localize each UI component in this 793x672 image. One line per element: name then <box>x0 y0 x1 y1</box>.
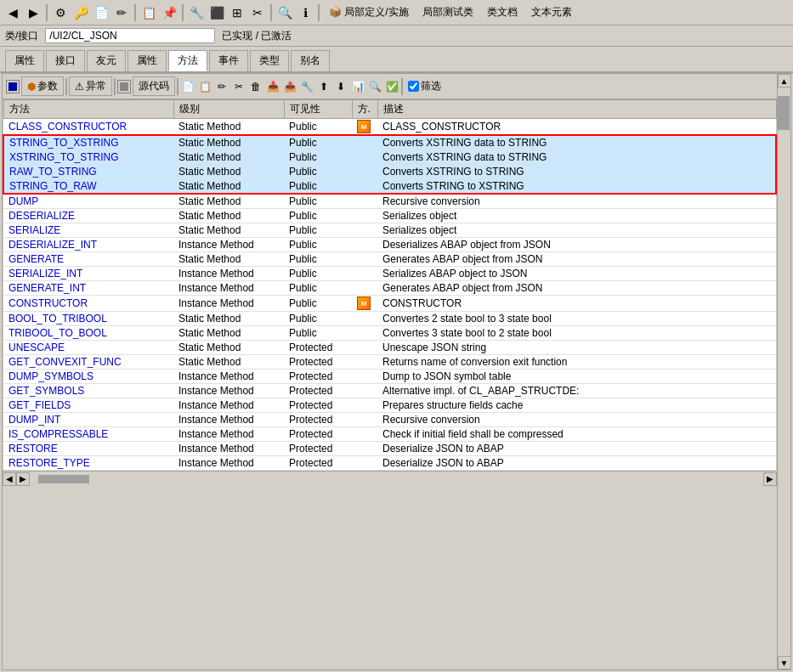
local-def-btn[interactable]: 📦 局部定义/实施 <box>323 3 415 22</box>
table-row[interactable]: GET_SYMBOLSInstance MethodProtectedAlter… <box>3 384 776 398</box>
table-row[interactable]: RAW_TO_STRINGStatic MethodPublicConverts… <box>3 165 776 179</box>
source-flag-icon[interactable] <box>117 80 131 93</box>
table-row[interactable]: CLASS_CONSTRUCTORStatic MethodPublicMCLA… <box>3 119 776 136</box>
table-row[interactable]: GENERATE_INTInstance MethodPublicGenerat… <box>3 281 776 296</box>
method-name[interactable]: STRING_TO_RAW <box>9 180 97 192</box>
method-name[interactable]: CLASS_CONSTRUCTOR <box>8 121 127 133</box>
table-row[interactable]: RESTORE_TYPEInstance MethodProtectedDese… <box>3 456 776 471</box>
method-name-cell[interactable]: RAW_TO_STRING <box>3 165 173 179</box>
forward-btn[interactable]: ▶ <box>24 3 42 22</box>
tab-methods[interactable]: 方法 <box>168 50 207 71</box>
source-code-btn[interactable]: 源代码 <box>133 76 175 96</box>
method-name[interactable]: DUMP <box>8 195 38 207</box>
method-name-cell[interactable]: IS_COMPRESSABLE <box>3 427 173 442</box>
table-row[interactable]: STRING_TO_XSTRINGStatic MethodPublicConv… <box>3 135 776 150</box>
icon-btn-9[interactable]: ⬆ <box>316 79 331 94</box>
method-name[interactable]: IS_COMPRESSABLE <box>8 428 108 440</box>
method-name-cell[interactable]: STRING_TO_RAW <box>3 179 173 195</box>
h-scroll-track[interactable] <box>30 472 763 486</box>
method-name-cell[interactable]: DESERIALIZE_INT <box>3 238 173 252</box>
text-elem-btn[interactable]: 文本元素 <box>525 3 578 22</box>
icon-btn-12[interactable]: 🔍 <box>367 79 382 94</box>
tool-btn-8[interactable]: ⬛ <box>207 3 226 22</box>
path-input[interactable] <box>45 28 215 43</box>
method-name-cell[interactable]: DESERIALIZE <box>3 209 173 223</box>
tool-btn-9[interactable]: ⊞ <box>228 3 246 22</box>
method-name[interactable]: RAW_TO_STRING <box>9 166 97 178</box>
method-name[interactable]: SERIALIZE_INT <box>8 268 82 280</box>
back-btn[interactable]: ◀ <box>3 3 22 22</box>
class-doc-btn[interactable]: 类文档 <box>481 3 524 22</box>
method-name[interactable]: GET_FIELDS <box>8 399 71 411</box>
method-name[interactable]: TRIBOOL_TO_BOOL <box>8 327 107 339</box>
method-name-cell[interactable]: TRIBOOL_TO_BOOL <box>3 326 173 341</box>
scroll-track[interactable] <box>778 88 791 656</box>
method-name-cell[interactable]: GET_SYMBOLS <box>3 384 173 398</box>
method-name-cell[interactable]: BOOL_TO_TRIBOOL <box>3 312 173 326</box>
table-row[interactable]: CONSTRUCTORInstance MethodPublicMCONSTRU… <box>3 296 776 312</box>
icon-btn-3[interactable]: ✏ <box>214 79 229 94</box>
tool-btn-2[interactable]: 🔑 <box>71 3 90 22</box>
scroll-down-btn[interactable]: ▼ <box>778 656 791 669</box>
method-name-cell[interactable]: RESTORE <box>3 442 173 456</box>
tab-friends[interactable]: 友元 <box>87 50 126 71</box>
icon-btn-10[interactable]: ⬇ <box>333 79 348 94</box>
method-name-cell[interactable]: GENERATE <box>3 252 173 267</box>
table-row[interactable]: STRING_TO_RAWStatic MethodPublicConverts… <box>3 179 776 195</box>
table-row[interactable]: SERIALIZE_INTInstance MethodPublicSerial… <box>3 267 776 281</box>
table-row[interactable]: GET_CONVEXIT_FUNCStatic MethodProtectedR… <box>3 355 776 370</box>
table-row[interactable]: IS_COMPRESSABLEInstance MethodProtectedC… <box>3 427 776 442</box>
icon-btn-2[interactable]: 📋 <box>197 79 212 94</box>
tool-btn-11[interactable]: 🔍 <box>275 3 294 22</box>
method-name[interactable]: SERIALIZE <box>8 224 60 236</box>
table-row[interactable]: TRIBOOL_TO_BOOLStatic MethodPublicConver… <box>3 326 776 341</box>
table-row[interactable]: GET_FIELDSInstance MethodProtectedPrepar… <box>3 398 776 413</box>
table-row[interactable]: XSTRING_TO_STRINGStatic MethodPublicConv… <box>3 150 776 165</box>
method-name-cell[interactable]: CONSTRUCTOR <box>3 296 173 312</box>
table-row[interactable]: SERIALIZEStatic MethodPublicSerializes o… <box>3 223 776 238</box>
table-row[interactable]: DUMP_SYMBOLSInstance MethodProtectedDump… <box>3 370 776 384</box>
method-name[interactable]: DESERIALIZE_INT <box>8 239 97 251</box>
icon-btn-1[interactable]: 📄 <box>180 79 195 94</box>
icon-btn-6[interactable]: 📥 <box>265 79 280 94</box>
icon-btn-13[interactable]: ✅ <box>384 79 399 94</box>
method-name[interactable]: XSTRING_TO_STRING <box>9 151 118 163</box>
tab-types[interactable]: 类型 <box>250 50 289 71</box>
method-name[interactable]: RESTORE <box>8 443 58 455</box>
method-name-cell[interactable]: GET_FIELDS <box>3 398 173 413</box>
method-name-cell[interactable]: GENERATE_INT <box>3 281 173 296</box>
tool-btn-1[interactable]: ⚙ <box>51 3 70 22</box>
method-name[interactable]: CONSTRUCTOR <box>8 297 88 309</box>
table-row[interactable]: DUMP_INTInstance MethodProtectedRecursiv… <box>3 413 776 427</box>
icon-btn-8[interactable]: 🔧 <box>299 79 314 94</box>
table-row[interactable]: BOOL_TO_TRIBOOLStatic MethodPublicConver… <box>3 312 776 326</box>
tool-btn-3[interactable]: 📄 <box>92 3 110 22</box>
tool-btn-5[interactable]: 📋 <box>139 3 158 22</box>
tool-btn-12[interactable]: ℹ <box>296 3 314 22</box>
method-name[interactable]: DUMP_SYMBOLS <box>8 370 93 382</box>
tool-btn-7[interactable]: 🔧 <box>187 3 206 22</box>
scroll-right-btn[interactable]: ▶ <box>16 472 30 486</box>
tab-attributes1[interactable]: 属性 <box>5 50 44 71</box>
tab-interface[interactable]: 接口 <box>46 50 85 71</box>
method-name-cell[interactable]: SERIALIZE <box>3 223 173 238</box>
icon-btn-5[interactable]: 🗑 <box>248 79 263 94</box>
local-test-btn[interactable]: 局部测试类 <box>416 3 479 22</box>
scroll-up-btn[interactable]: ▲ <box>778 74 791 88</box>
method-name-cell[interactable]: XSTRING_TO_STRING <box>3 150 173 165</box>
icon-btn-4[interactable]: ✂ <box>231 79 246 94</box>
tab-events[interactable]: 事件 <box>209 50 248 71</box>
table-row[interactable]: DESERIALIZE_INTInstance MethodPublicDese… <box>3 238 776 252</box>
method-name-cell[interactable]: GET_CONVEXIT_FUNC <box>3 355 173 370</box>
method-name[interactable]: DUMP_INT <box>8 414 60 426</box>
method-name[interactable]: STRING_TO_XSTRING <box>9 137 118 149</box>
method-name-cell[interactable]: CLASS_CONSTRUCTOR <box>3 119 173 136</box>
checkbox-icon[interactable] <box>6 80 20 93</box>
exceptions-btn[interactable]: ⚠ 异常 <box>69 76 112 96</box>
icon-btn-7[interactable]: 📤 <box>282 79 297 94</box>
scroll-right-end-btn[interactable]: ▶ <box>763 472 777 486</box>
method-name[interactable]: BOOL_TO_TRIBOOL <box>8 313 107 325</box>
tool-btn-10[interactable]: ✂ <box>248 3 267 22</box>
icon-btn-11[interactable]: 📊 <box>350 79 365 94</box>
tool-btn-6[interactable]: 📌 <box>160 3 178 22</box>
